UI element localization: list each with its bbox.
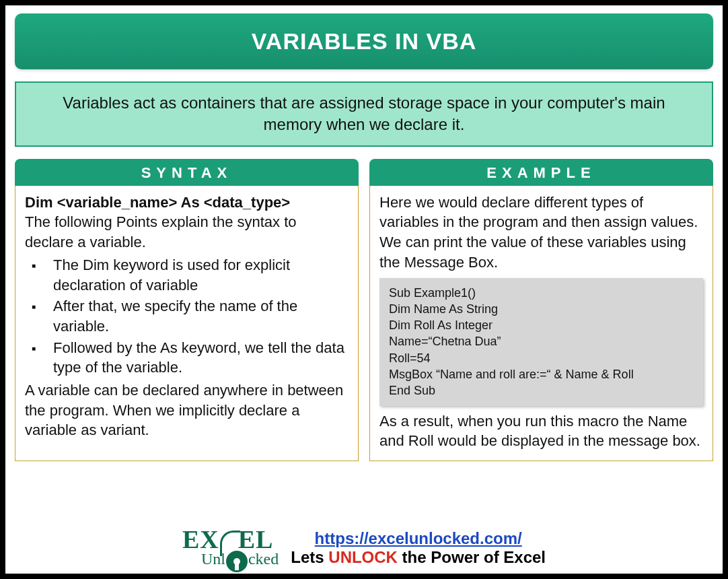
syntax-header: SYNTAX: [15, 159, 359, 186]
example-body: Here we would declare different types of…: [369, 186, 713, 461]
logo-text: EX: [182, 526, 219, 552]
logo-text: cked: [248, 551, 279, 567]
logo-text: EL: [238, 526, 274, 552]
code-line: Roll=54: [389, 350, 694, 366]
footer-url-link[interactable]: https://excelunlocked.com/: [315, 529, 522, 547]
footer: EX EL Unl cked https://excelunlocked.com…: [5, 526, 723, 570]
syntax-outro: A variable can be declared anywhere in b…: [25, 380, 349, 440]
example-header: EXAMPLE: [369, 159, 713, 186]
columns-container: SYNTAX Dim <variable_name> As <data_type…: [15, 159, 713, 461]
description-box: Variables act as containers that are ass…: [15, 81, 713, 147]
logo-bottom-row: Unl cked: [201, 548, 279, 570]
example-column: EXAMPLE Here we would declare different …: [369, 159, 713, 461]
syntax-intro: The following Points explain the syntax …: [25, 212, 349, 252]
code-line: End Sub: [389, 382, 694, 399]
logo-top-row: EX EL: [182, 526, 279, 552]
example-intro: Here we would declare different types of…: [379, 193, 703, 273]
syntax-column: SYNTAX Dim <variable_name> As <data_type…: [15, 159, 359, 461]
page-title: VARIABLES IN VBA: [15, 13, 713, 69]
tagline: Lets UNLOCK the Power of Excel: [291, 548, 546, 566]
tagline-prefix: Lets: [291, 548, 328, 566]
code-line: Dim Name As String: [389, 301, 694, 317]
code-line: MsgBox “Name and roll are:=“ & Name & Ro…: [389, 366, 694, 382]
code-line: Name=“Chetna Dua”: [389, 333, 694, 349]
example-outro: As a result, when you run this macro the…: [379, 411, 703, 451]
code-line: Dim Roll As Integer: [389, 317, 694, 333]
syntax-point: Followed by the As keyword, we tell the …: [44, 338, 349, 378]
code-box: Sub Example1() Dim Name As String Dim Ro…: [379, 278, 703, 406]
tagline-suffix: the Power of Excel: [398, 548, 546, 566]
syntax-declaration: Dim <variable_name> As <data_type>: [25, 193, 349, 213]
brand-logo: EX EL Unl cked: [182, 526, 279, 570]
syntax-points-list: The Dim keyword is used for explicit dec…: [25, 255, 349, 378]
syntax-body: Dim <variable_name> As <data_type> The f…: [15, 186, 359, 461]
footer-text-block: https://excelunlocked.com/ Lets UNLOCK t…: [291, 529, 546, 567]
code-line: Sub Example1(): [389, 285, 694, 301]
tagline-highlight: UNLOCK: [328, 548, 398, 566]
keyhole-icon: [226, 551, 248, 572]
syntax-point: The Dim keyword is used for explicit dec…: [44, 255, 349, 295]
syntax-point: After that, we specify the name of the v…: [44, 296, 349, 336]
